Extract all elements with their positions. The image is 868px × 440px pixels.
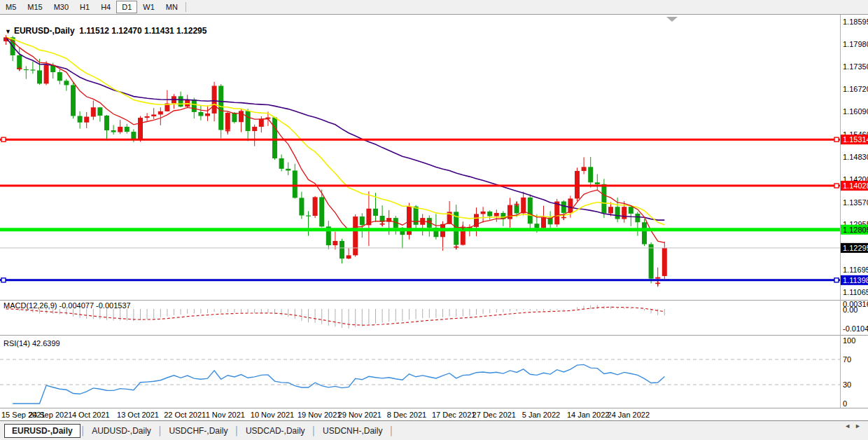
- candlestick: [360, 216, 365, 225]
- line-handle[interactable]: [834, 184, 839, 188]
- timeframe-button-h4[interactable]: H4: [95, 1, 116, 13]
- candlestick: [635, 214, 640, 222]
- date-axis[interactable]: 15 Sep 202124 Sep 20214 Oct 202113 Oct 2…: [0, 408, 868, 421]
- chart-canvas: 1.185951.179801.173501.167201.160901.154…: [0, 0, 868, 408]
- candlestick: [71, 85, 76, 116]
- candlestick: [461, 229, 465, 245]
- rsi-indicator-label: RSI(14) 42.6399: [4, 339, 60, 348]
- chart-tab-audusd[interactable]: AUDUSD-,Daily: [85, 424, 158, 438]
- timeframe-button-h1[interactable]: H1: [74, 1, 95, 13]
- candlestick: [541, 218, 546, 228]
- candlestick: [601, 184, 606, 214]
- candlestick: [561, 202, 566, 213]
- candlestick: [24, 69, 29, 70]
- chart-ohlc-values: 1.11512 1.12470 1.11431 1.12295: [79, 26, 206, 36]
- price-axis-tick: 1.14830: [843, 153, 868, 161]
- tab-separator: │: [158, 426, 163, 436]
- candlestick: [319, 197, 324, 226]
- candlestick: [293, 170, 298, 198]
- tab-scroll-right-icon[interactable]: ►: [855, 422, 865, 429]
- candlestick: [44, 65, 49, 84]
- timeframe-button-m30[interactable]: M30: [48, 1, 74, 13]
- chart-shift-marker-icon[interactable]: [666, 17, 678, 22]
- line-handle[interactable]: [1, 278, 6, 282]
- candlestick: [588, 167, 593, 182]
- rsi-axis-label: 100: [843, 336, 855, 345]
- date-axis-label: 19 Nov 2021: [298, 411, 341, 419]
- line-handle[interactable]: [834, 278, 839, 282]
- date-axis-label: 24 Jan 2022: [608, 411, 650, 419]
- price-axis-tick: 1.16090: [843, 107, 868, 116]
- date-axis-label: 8 Dec 2021: [387, 411, 426, 419]
- candlestick: [64, 81, 69, 85]
- candlestick: [487, 212, 492, 216]
- macd-axis-label: 0.00: [843, 305, 858, 314]
- candlestick: [151, 114, 156, 116]
- date-axis-label: 29 Nov 2021: [338, 411, 382, 419]
- timeframe-button-m15[interactable]: M15: [22, 1, 48, 13]
- candlestick: [84, 117, 89, 123]
- chart-symbol-label: EURUSD-,Daily: [14, 26, 75, 36]
- chart-tab-usdchf[interactable]: USDCHF-,Daily: [162, 424, 234, 438]
- timeframe-button-w1[interactable]: W1: [137, 1, 160, 13]
- candlestick: [340, 241, 344, 259]
- candlestick: [225, 113, 230, 130]
- price-axis-tick: 1.13570: [843, 198, 868, 207]
- line-handle[interactable]: [834, 137, 839, 142]
- chart-tab-eurusd[interactable]: EURUSD-,Daily: [4, 424, 80, 438]
- candlestick: [655, 277, 660, 279]
- chart-tab-usdcnh[interactable]: USDCNH-,Daily: [316, 424, 388, 438]
- candlestick: [649, 244, 654, 278]
- timeframe-button-mn[interactable]: MN: [160, 1, 183, 13]
- chart-tab-usdcad[interactable]: USDCAD-,Daily: [239, 424, 312, 438]
- chart-title: ▼EURUSD-,Daily 1.11512 1.12470 1.11431 1…: [5, 26, 206, 36]
- rsi-axis-label: 70: [843, 355, 851, 364]
- date-axis-label: 27 Dec 2021: [472, 411, 516, 419]
- ma-mid-line: [6, 37, 665, 224]
- level-price-label-text: 1.11398: [843, 276, 868, 284]
- timeframe-button-d1[interactable]: D1: [116, 1, 137, 13]
- chart-tab-bar: EURUSD-,Daily│AUDUSD-,Daily│USDCHF-,Dail…: [0, 420, 868, 440]
- candlestick: [373, 209, 378, 216]
- date-axis-label: 17 Dec 2021: [432, 411, 475, 419]
- level-price-label-text: 1.15314: [843, 135, 868, 144]
- level-price-label-text: 1.14028: [843, 181, 868, 190]
- candlestick: [299, 198, 304, 215]
- candlestick: [259, 119, 264, 127]
- candlestick: [286, 169, 290, 171]
- date-axis-label: 22 Oct 2021: [164, 411, 206, 419]
- price-axis-tick: 1.11065: [843, 288, 868, 296]
- price-axis-tick: 1.16720: [843, 85, 868, 93]
- symbol-dropdown-icon[interactable]: ▼: [5, 28, 11, 35]
- date-axis-label: 4 Oct 2021: [72, 411, 110, 419]
- rsi-axis-label: 30: [843, 380, 851, 389]
- date-axis-label: 14 Jan 2022: [567, 411, 610, 419]
- candlestick: [313, 197, 318, 216]
- candlestick: [145, 116, 150, 118]
- candlestick: [534, 224, 539, 228]
- candlestick: [218, 85, 223, 130]
- rsi-line: [13, 364, 664, 404]
- candlestick: [104, 116, 109, 130]
- timeframe-button-m5[interactable]: M5: [0, 1, 22, 13]
- line-handle[interactable]: [1, 137, 6, 142]
- candlestick: [662, 248, 667, 276]
- tab-separator: │: [312, 426, 317, 436]
- candlestick: [353, 216, 358, 255]
- candlestick: [198, 112, 203, 116]
- candlestick: [272, 118, 277, 158]
- candlestick: [178, 96, 183, 106]
- candlestick: [37, 70, 42, 83]
- candlestick: [642, 222, 647, 244]
- candlestick: [629, 207, 634, 214]
- tab-scroll-left-icon[interactable]: ◄: [844, 422, 855, 429]
- date-axis-label: 24 Sep 2021: [29, 411, 72, 419]
- candlestick: [57, 72, 62, 81]
- candlestick: [582, 167, 587, 171]
- candlestick: [279, 158, 284, 169]
- candlestick: [615, 207, 620, 219]
- macd-axis-label: -0.01043: [843, 324, 868, 333]
- candlestick: [118, 127, 122, 132]
- candlestick: [252, 127, 257, 131]
- candlestick: [158, 111, 163, 115]
